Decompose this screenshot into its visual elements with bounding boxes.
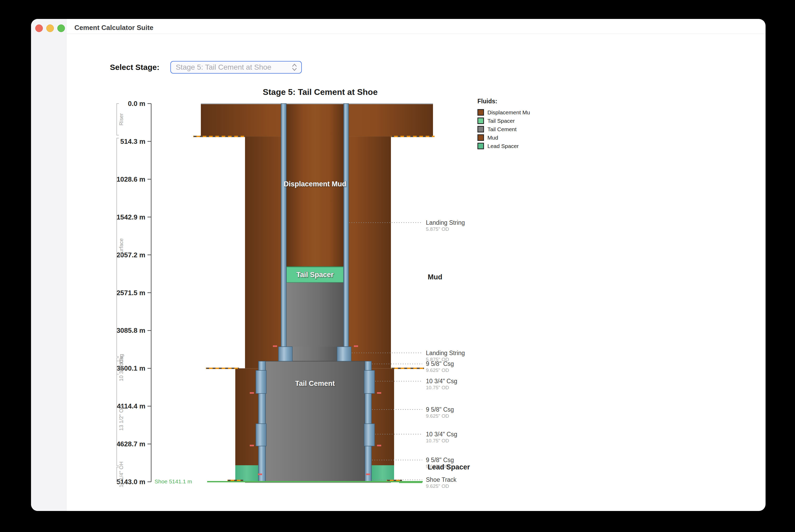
- landing-string-left-wall: [281, 103, 286, 347]
- section-label: 12 1/4" OH: [118, 461, 124, 487]
- zoom-button[interactable]: [57, 24, 65, 32]
- shoe-depth-label: Shoe 5141.1 m: [155, 478, 192, 484]
- depth-tick-label: 4628.7 m: [116, 440, 145, 448]
- lead-spacer-left: [235, 465, 259, 481]
- wellbore-schematic: Shoe 5141.1 m0.0 m514.3 m1028.6 m1542.9 …: [105, 90, 546, 502]
- annotation-label: Landing String: [426, 349, 465, 356]
- fluid-label: Tail Cement: [295, 380, 335, 387]
- crossover-right: [337, 347, 351, 361]
- depth-tick-label: 514.3 m: [120, 137, 145, 145]
- legend-swatch: [477, 134, 484, 141]
- stage-selector-row: Select Stage: Stage 5: Tail Cement at Sh…: [110, 61, 302, 74]
- legend-title: Fluids:: [477, 98, 564, 105]
- stage-select-value: Stage 5: Tail Cement at Shoe: [176, 63, 291, 72]
- tail-cement-upper: [286, 283, 344, 347]
- fluid-label: Lead Spacer: [428, 463, 470, 471]
- sidebar: [31, 19, 67, 511]
- section-label: 13 1/2" OH: [118, 405, 124, 431]
- annotation-label: 9 5/8" Csg: [426, 406, 454, 413]
- legend-label: Displacement Mu: [487, 109, 530, 116]
- annotation-label: 9 5/8" Csg: [426, 457, 454, 463]
- section-label: Surface: [118, 239, 124, 256]
- section-label: Riser: [118, 113, 124, 126]
- legend-item: Displacement Mu: [477, 109, 564, 116]
- casing-collar-left: [256, 370, 266, 394]
- fluid-label: Displacement Mud: [284, 180, 346, 188]
- traffic-lights: [35, 24, 65, 32]
- annotation-label: Landing String: [426, 219, 465, 226]
- legend-swatch: [477, 143, 484, 149]
- titlebar-divider: [66, 34, 765, 34]
- crossover-left: [279, 347, 292, 361]
- stage-select-dropdown[interactable]: Stage 5: Tail Cement at Shoe: [170, 61, 302, 74]
- legend-swatch: [477, 117, 484, 124]
- legend-item: Tail Spacer: [477, 117, 564, 124]
- annotation-sublabel: 9.625" OD: [426, 413, 449, 419]
- casing-collar-right: [364, 370, 375, 394]
- fluids-legend: Fluids: Displacement MuTail SpacerTail C…: [477, 98, 564, 151]
- section-label: 10 3/4" Csg: [118, 354, 124, 381]
- legend-item: Mud: [477, 134, 564, 141]
- annotation-sublabel: 5.875" OD: [426, 226, 449, 232]
- legend-label: Tail Cement: [487, 126, 516, 132]
- tail-cement-casing: [266, 361, 365, 481]
- annotation-sublabel: 9.625" OD: [426, 367, 449, 373]
- window-title: Cement Calculator Suite: [74, 24, 153, 32]
- legend-swatch: [477, 126, 484, 132]
- casing-collar-left: [256, 424, 266, 446]
- stage-select-label: Select Stage:: [110, 63, 159, 72]
- app-window: Cement Calculator Suite Select Stage: St…: [31, 19, 765, 511]
- annotation-label: Shoe Track: [426, 476, 457, 483]
- depth-tick-label: 0.0 m: [128, 100, 146, 108]
- depth-tick-label: 1028.6 m: [116, 175, 145, 183]
- annotation-sublabel: 9.625" OD: [426, 483, 449, 489]
- legend-item: Lead Spacer: [477, 143, 564, 149]
- select-chevrons-icon: [291, 62, 298, 72]
- depth-tick-label: 3085.8 m: [116, 326, 145, 334]
- legend-item: Tail Cement: [477, 126, 564, 132]
- casing-collar-right: [364, 424, 375, 446]
- annotation-label: 9 5/8" Csg: [426, 360, 454, 367]
- lead-spacer-right: [372, 465, 394, 481]
- landing-string-right-wall: [344, 103, 348, 347]
- depth-tick-label: 1542.9 m: [116, 213, 145, 221]
- fluid-label: Tail Spacer: [296, 271, 334, 279]
- minimize-button[interactable]: [46, 24, 54, 32]
- legend-swatch: [477, 109, 484, 116]
- close-button[interactable]: [35, 24, 43, 32]
- tail-cement-crossover: [292, 347, 337, 361]
- legend-label: Lead Spacer: [487, 143, 519, 149]
- fluid-label: Mud: [428, 273, 442, 281]
- annotation-sublabel: 10.75" OD: [426, 385, 449, 390]
- legend-label: Mud: [487, 135, 498, 141]
- annotation-label: 10 3/4" Csg: [426, 378, 457, 384]
- annotation-label: 10 3/4" Csg: [426, 431, 457, 438]
- depth-tick-label: 2571.5 m: [116, 289, 145, 297]
- legend-label: Tail Spacer: [487, 118, 515, 124]
- annotation-sublabel: 10.75" OD: [426, 438, 449, 443]
